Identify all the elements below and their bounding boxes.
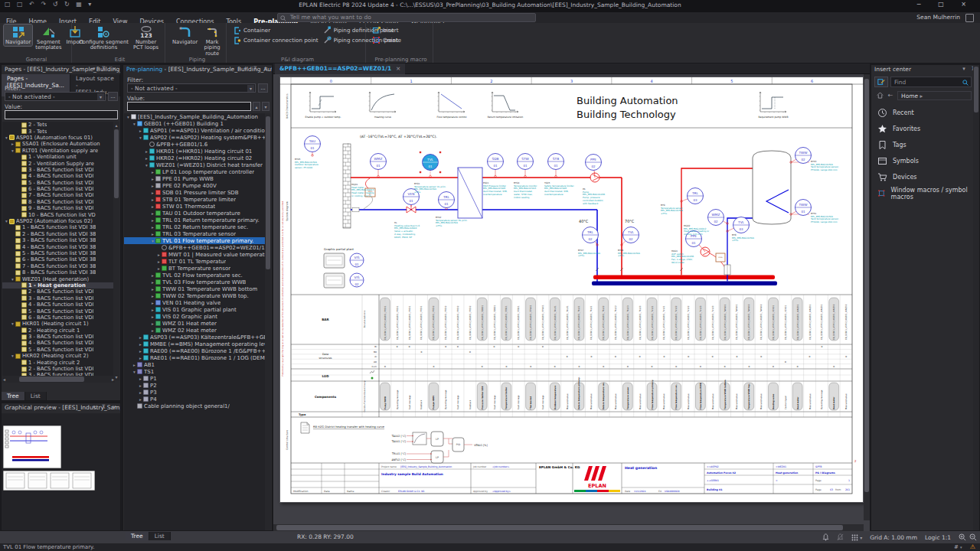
preplanning-panel-header[interactable]: Pre-planning - [EES]_Industry_Sample_Bui… bbox=[123, 65, 272, 74]
preview-panel-header[interactable]: Graphical preview - [EES]_Industry_Sampl… bbox=[2, 403, 120, 412]
drawing-sheet[interactable]: 0123456BACS CharacteristicsSystem diagra… bbox=[279, 77, 864, 503]
tree-expander[interactable]: ▸ bbox=[156, 266, 162, 271]
tree-item[interactable]: ▸TRL 03 Temperature sensor bbox=[124, 230, 266, 237]
tree-expander[interactable]: ▸ bbox=[150, 197, 155, 202]
tree-item[interactable]: ▸TAU 01 Outdoor temperature bbox=[124, 210, 266, 217]
tree-item[interactable]: ▸VIS 01 Graphic partial plant bbox=[124, 306, 266, 313]
tree-item[interactable]: 9 - BACS function list VDI bbox=[2, 205, 115, 211]
zoom-in-icon[interactable] bbox=[959, 533, 966, 541]
drawing-canvas[interactable]: 0123456BACS CharacteristicsSystem diagra… bbox=[273, 74, 870, 531]
tree-item[interactable]: ▸HKR01 (=HKR01) Heating circuit 01 bbox=[124, 148, 266, 155]
tree-item[interactable]: ▾TS1 bbox=[124, 368, 266, 375]
tree-item[interactable]: ▸BT Temperature sensor bbox=[124, 265, 266, 272]
value-up-button[interactable]: ▴ bbox=[253, 102, 260, 111]
tree-item[interactable]: 6 - BACS function list VDI 38 bbox=[2, 256, 115, 262]
pages-tab-tree[interactable]: Tree bbox=[2, 392, 25, 400]
tree-item[interactable]: ▸WMZ 02 Heat meter bbox=[124, 327, 266, 334]
tree-item[interactable]: ▸RAE00 (==RAE00) Bürozone 1 /EG&PFB++GEB… bbox=[124, 347, 266, 354]
tree-expander[interactable]: ▸ bbox=[10, 142, 15, 146]
tree-expander[interactable]: ▸ bbox=[138, 377, 143, 381]
tree-item[interactable]: ▾RLT01 (Ventilation supply are bbox=[2, 148, 115, 154]
tree-expander[interactable]: ▸ bbox=[150, 225, 155, 230]
supply-bus[interactable] bbox=[593, 276, 775, 280]
tree-item[interactable]: 2 - BACS function list VDI bbox=[2, 289, 115, 295]
insert-center-item-cart[interactable]: Devices bbox=[871, 169, 973, 185]
breadcrumb[interactable]: Home ▸ bbox=[897, 91, 972, 100]
panel-header-icons[interactable]: ▾ ⊼ × bbox=[93, 66, 119, 72]
tree-expander[interactable]: ▸ bbox=[150, 280, 155, 285]
tree-expander[interactable]: ▸ bbox=[150, 232, 155, 236]
tree-item[interactable]: 5 - BACS function list VDI 38 bbox=[2, 250, 115, 256]
close-icon[interactable]: × bbox=[396, 65, 400, 72]
tree-item[interactable]: 5 - BACS function list VDI bbox=[2, 308, 115, 314]
tree-item[interactable]: ▸SSA01 (Enclosure Automation bbox=[2, 141, 115, 147]
tree-item[interactable]: 7 - BACS function list VDI bbox=[2, 192, 115, 198]
tree-expander[interactable]: ▸ bbox=[138, 129, 143, 133]
tree-item[interactable]: ▸MWT 01 | Measured value temperature bbox=[124, 251, 266, 258]
notification-bell-icon[interactable] bbox=[822, 533, 829, 541]
tree-item[interactable]: 1 - Ventilation unit bbox=[2, 154, 115, 160]
document-tab[interactable]: &PFB++GEB01==ASP02=WEZ01/1× bbox=[275, 64, 405, 74]
control-structure-link[interactable]: RB HZG District heating transfer with he… bbox=[313, 425, 385, 429]
tree-expander[interactable]: ▾ bbox=[138, 135, 143, 140]
tree-item[interactable]: 3 - BACS function list VDI bbox=[2, 334, 115, 340]
tree-item[interactable]: ▾ASP01 (Automation focus 01) bbox=[2, 135, 115, 141]
preview-thumbnail[interactable] bbox=[3, 425, 61, 468]
tree-expander[interactable]: ▸ bbox=[138, 335, 143, 340]
pages-tree-vscrollbar[interactable]: ▴▾ bbox=[113, 122, 119, 380]
tree-expander[interactable]: ▾ bbox=[132, 122, 137, 126]
tree-item[interactable]: ▸TLT 01 TL Temperatur bbox=[124, 258, 266, 265]
home-button[interactable] bbox=[874, 91, 885, 100]
tree-item[interactable]: 6 - BACS function list VDI bbox=[2, 315, 115, 321]
tree-expander[interactable]: ▸ bbox=[138, 383, 143, 388]
tree-expander[interactable]: ▸ bbox=[150, 204, 155, 209]
return-bus[interactable] bbox=[592, 282, 777, 286]
tree-item[interactable]: Cable planning object general1/ bbox=[124, 403, 266, 409]
tree-item[interactable]: 3 - BACS function list VDI bbox=[2, 167, 115, 173]
ribbon-button-mark-piping-route[interactable]: Mark piping route bbox=[201, 24, 224, 57]
quick-access-toolbar[interactable]: □ □ ↶ ↷ ↺ ↻ ▦ ▾ bbox=[5, 1, 93, 8]
tree-expander[interactable]: ▸ bbox=[150, 170, 155, 174]
command-search-input[interactable]: Tell me what you want to do bbox=[277, 13, 536, 22]
tree-item[interactable]: 3 - BACS function list VDI 38 bbox=[2, 237, 115, 243]
tree-expander[interactable]: ▸ bbox=[144, 149, 149, 154]
pages-panel-header[interactable]: Pages - [EES]_Industry_Sample_Building_A… bbox=[2, 65, 120, 74]
tree-item[interactable]: 8 - BACS function list VDI 38 bbox=[2, 269, 115, 276]
tree-item[interactable]: 2 - Tets bbox=[2, 122, 115, 128]
tree-item[interactable]: ▸ASP03 (==ASP03) Kältezentrale&PFB++GEB0… bbox=[124, 334, 266, 341]
tree-expander[interactable]: ▸ bbox=[150, 315, 155, 319]
tree-item[interactable]: &PFB++GEB01==ASP02=WEZ01/1.2 bbox=[124, 244, 266, 251]
tree-item[interactable]: ▸VEN 01 Heating valve bbox=[124, 299, 266, 306]
tree-expander[interactable]: ▸ bbox=[144, 156, 149, 161]
tree-item[interactable]: ▸TWW 01 Temperature WWB bottom bbox=[124, 285, 266, 292]
canvas-hscrollbar[interactable] bbox=[273, 524, 864, 531]
preplanning-tab-list[interactable]: List bbox=[149, 532, 171, 540]
tree-item[interactable]: &PFB++GEB01/1.6 bbox=[124, 141, 266, 148]
tree-item[interactable]: 1 - Heating circuit 2 bbox=[2, 359, 115, 365]
chevron-down-icon[interactable]: ▾ bbox=[97, 93, 104, 100]
tree-expander[interactable]: ▾ bbox=[10, 277, 15, 282]
insert-center-vscrollbar[interactable] bbox=[973, 65, 979, 530]
tree-expander[interactable]: ▸ bbox=[138, 349, 143, 354]
tree-expander[interactable]: ▾ bbox=[4, 135, 9, 140]
zoom-out-icon[interactable] bbox=[969, 533, 977, 541]
tree-item[interactable]: ▾HKR01 (Heating circuit 1) bbox=[2, 321, 115, 327]
tree-item[interactable]: 4 - BACS function list VDI bbox=[2, 173, 115, 179]
tree-item[interactable]: ▸TVL 02 Flow temperature sec. bbox=[124, 272, 266, 279]
tree-item[interactable]: ▸TWW 02 Temperature WWB top. bbox=[124, 292, 266, 299]
tree-item[interactable]: ▸TRL 01 Return temperature primary. bbox=[124, 217, 266, 223]
tree-expander[interactable]: ▸ bbox=[156, 253, 162, 257]
value-down-button[interactable]: ▾ bbox=[262, 102, 270, 111]
tree-item[interactable]: 2 - Heating circuit 1 bbox=[2, 328, 115, 334]
tree-item[interactable]: ▾ASP02 (Automation focus 02) bbox=[2, 218, 115, 224]
tree-item[interactable]: ▸P3 bbox=[124, 389, 266, 396]
pages-tree-hscrollbar[interactable]: ◂▸ bbox=[2, 376, 115, 383]
tree-item[interactable]: 8 - BACS function list VDI bbox=[2, 199, 115, 205]
ribbon-button-segment-templates[interactable]: Segment templates bbox=[34, 24, 63, 52]
ribbon-button-navigator[interactable]: Navigator bbox=[171, 24, 199, 46]
tree-expander[interactable]: ▸ bbox=[138, 356, 143, 360]
ribbon-button-container-connection-point[interactable]: Container connection point bbox=[233, 35, 318, 45]
tree-item[interactable]: ▸VIS 02 Graphic plant bbox=[124, 313, 266, 320]
tree-item[interactable]: ▸SDB 01 Pressure limiter SDB bbox=[124, 189, 266, 196]
tree-expander[interactable]: ▸ bbox=[150, 211, 155, 216]
